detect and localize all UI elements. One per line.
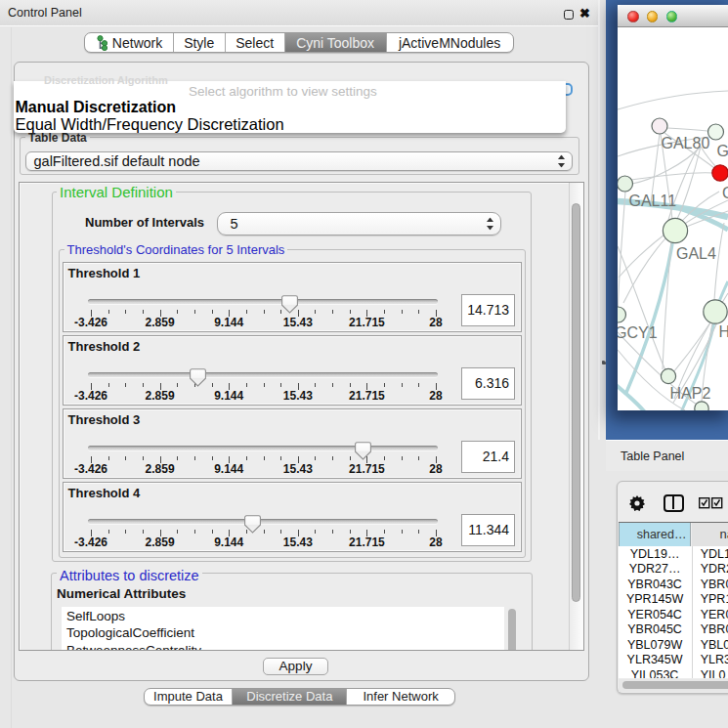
svg-text:HAP2: HAP2	[670, 385, 711, 402]
svg-text:C: C	[722, 185, 728, 201]
svg-text:GA: GA	[717, 143, 728, 159]
svg-text:H: H	[719, 323, 728, 340]
svg-text:GAL4: GAL4	[676, 245, 716, 262]
svg-text:GCY1: GCY1	[618, 324, 658, 341]
svg-text:GAL80: GAL80	[662, 135, 710, 151]
svg-text:GAL11: GAL11	[629, 193, 677, 209]
